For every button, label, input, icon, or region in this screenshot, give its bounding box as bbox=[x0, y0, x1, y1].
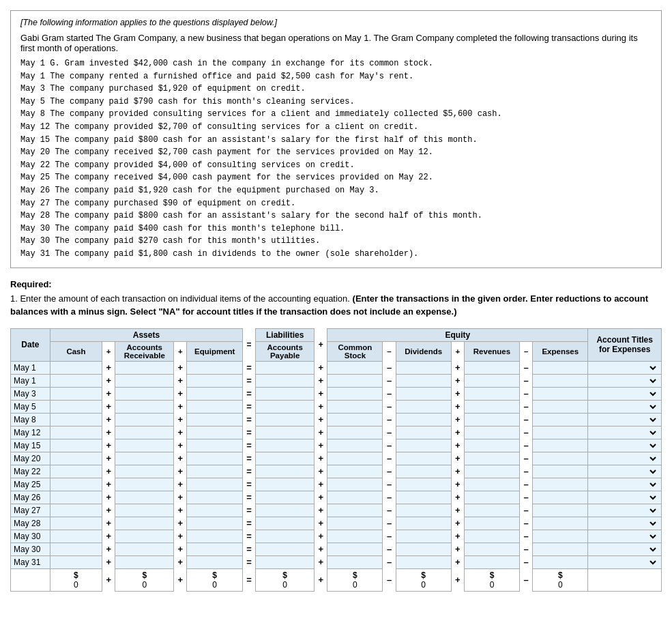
cash-input[interactable] bbox=[53, 376, 99, 386]
cash-input[interactable] bbox=[53, 415, 99, 424]
ap-input[interactable] bbox=[259, 519, 311, 528]
dividends-input[interactable] bbox=[399, 389, 448, 399]
revenues-input[interactable] bbox=[467, 493, 516, 502]
account-titles-select[interactable] bbox=[591, 519, 658, 528]
dividends-input[interactable] bbox=[399, 428, 448, 437]
expenses-input[interactable] bbox=[536, 506, 585, 515]
dividends-input[interactable] bbox=[399, 545, 448, 554]
expenses-input[interactable] bbox=[536, 493, 585, 502]
account-titles-select[interactable] bbox=[591, 428, 658, 437]
expenses-input[interactable] bbox=[536, 441, 585, 450]
revenues-input[interactable] bbox=[467, 558, 516, 567]
ar-input[interactable] bbox=[118, 480, 171, 489]
expenses-input[interactable] bbox=[536, 545, 585, 554]
common-stock-input[interactable] bbox=[330, 467, 379, 476]
expenses-input[interactable] bbox=[536, 467, 585, 476]
ar-input[interactable] bbox=[118, 441, 171, 450]
dividends-input[interactable] bbox=[399, 454, 448, 463]
dividends-input[interactable] bbox=[399, 519, 448, 528]
account-titles-select[interactable] bbox=[591, 441, 658, 450]
ap-input[interactable] bbox=[259, 402, 311, 411]
dividends-input[interactable] bbox=[399, 480, 448, 489]
ar-input[interactable] bbox=[118, 363, 171, 373]
account-titles-select[interactable] bbox=[591, 363, 658, 373]
equipment-input[interactable] bbox=[190, 519, 239, 528]
expenses-input[interactable] bbox=[536, 558, 585, 567]
total-ar-input[interactable] bbox=[118, 580, 171, 590]
revenues-input[interactable] bbox=[467, 415, 516, 424]
account-titles-select[interactable] bbox=[591, 558, 658, 567]
equipment-input[interactable] bbox=[190, 415, 239, 424]
revenues-input[interactable] bbox=[467, 441, 516, 450]
ap-input[interactable] bbox=[259, 545, 311, 554]
ap-input[interactable] bbox=[259, 376, 311, 386]
total-div-input[interactable] bbox=[399, 580, 448, 590]
expenses-input[interactable] bbox=[536, 519, 585, 528]
ar-input[interactable] bbox=[118, 402, 171, 411]
ar-input[interactable] bbox=[118, 467, 171, 476]
common-stock-input[interactable] bbox=[330, 389, 379, 399]
account-titles-select[interactable] bbox=[591, 506, 658, 515]
dividends-input[interactable] bbox=[399, 441, 448, 450]
ar-input[interactable] bbox=[118, 376, 171, 386]
revenues-input[interactable] bbox=[467, 454, 516, 463]
revenues-input[interactable] bbox=[467, 467, 516, 476]
ap-input[interactable] bbox=[259, 532, 311, 541]
dividends-input[interactable] bbox=[399, 558, 448, 567]
ap-input[interactable] bbox=[259, 363, 311, 373]
revenues-input[interactable] bbox=[467, 402, 516, 411]
cash-input[interactable] bbox=[53, 467, 99, 476]
total-exp-input[interactable] bbox=[536, 580, 585, 590]
revenues-input[interactable] bbox=[467, 506, 516, 515]
ap-input[interactable] bbox=[259, 428, 311, 437]
dividends-input[interactable] bbox=[399, 532, 448, 541]
cash-input[interactable] bbox=[53, 545, 99, 554]
revenues-input[interactable] bbox=[467, 545, 516, 554]
dividends-input[interactable] bbox=[399, 467, 448, 476]
equipment-input[interactable] bbox=[190, 545, 239, 554]
common-stock-input[interactable] bbox=[330, 545, 379, 554]
cash-input[interactable] bbox=[53, 558, 99, 567]
revenues-input[interactable] bbox=[467, 363, 516, 373]
account-titles-select[interactable] bbox=[591, 402, 658, 411]
expenses-input[interactable] bbox=[536, 363, 585, 373]
cash-input[interactable] bbox=[53, 363, 99, 373]
common-stock-input[interactable] bbox=[330, 428, 379, 437]
total-ap-input[interactable] bbox=[259, 580, 311, 590]
equipment-input[interactable] bbox=[190, 376, 239, 386]
common-stock-input[interactable] bbox=[330, 363, 379, 373]
expenses-input[interactable] bbox=[536, 454, 585, 463]
ar-input[interactable] bbox=[118, 532, 171, 541]
revenues-input[interactable] bbox=[467, 532, 516, 541]
ap-input[interactable] bbox=[259, 454, 311, 463]
equipment-input[interactable] bbox=[190, 428, 239, 437]
account-titles-select[interactable] bbox=[591, 415, 658, 424]
cash-input[interactable] bbox=[53, 519, 99, 528]
total-equip-input[interactable] bbox=[190, 580, 239, 590]
equipment-input[interactable] bbox=[190, 454, 239, 463]
expenses-input[interactable] bbox=[536, 480, 585, 489]
ar-input[interactable] bbox=[118, 389, 171, 399]
ar-input[interactable] bbox=[118, 415, 171, 424]
equipment-input[interactable] bbox=[190, 558, 239, 567]
total-cash-input[interactable] bbox=[53, 580, 99, 590]
revenues-input[interactable] bbox=[467, 480, 516, 489]
common-stock-input[interactable] bbox=[330, 480, 379, 489]
equipment-input[interactable] bbox=[190, 363, 239, 373]
account-titles-select[interactable] bbox=[591, 493, 658, 502]
dividends-input[interactable] bbox=[399, 506, 448, 515]
account-titles-select[interactable] bbox=[591, 480, 658, 489]
cash-input[interactable] bbox=[53, 454, 99, 463]
ap-input[interactable] bbox=[259, 467, 311, 476]
common-stock-input[interactable] bbox=[330, 506, 379, 515]
expenses-input[interactable] bbox=[536, 532, 585, 541]
equipment-input[interactable] bbox=[190, 467, 239, 476]
expenses-input[interactable] bbox=[536, 389, 585, 399]
cash-input[interactable] bbox=[53, 441, 99, 450]
dividends-input[interactable] bbox=[399, 402, 448, 411]
account-titles-select[interactable] bbox=[591, 376, 658, 386]
cash-input[interactable] bbox=[53, 480, 99, 489]
revenues-input[interactable] bbox=[467, 428, 516, 437]
cash-input[interactable] bbox=[53, 428, 99, 437]
expenses-input[interactable] bbox=[536, 415, 585, 424]
